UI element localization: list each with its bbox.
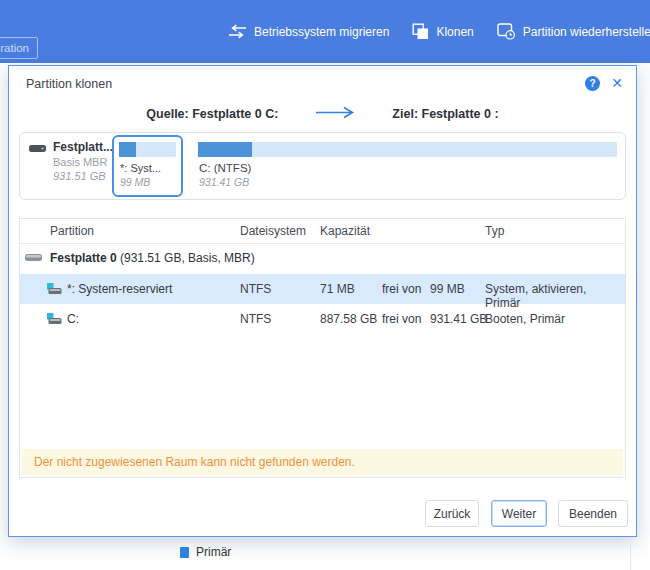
help-glyph: ? bbox=[589, 78, 595, 89]
row-partition-name: *: System-reserviert bbox=[67, 282, 172, 296]
clone-button[interactable]: Klonen bbox=[412, 23, 473, 40]
restore-partition-label: Partition wiederherstellen bbox=[523, 25, 650, 39]
row-total-space: 931.41 GB bbox=[430, 312, 487, 326]
row-capacity: 71 MB frei von 99 MB bbox=[320, 282, 465, 296]
partition-icon bbox=[47, 313, 62, 328]
row-partition-name: C: bbox=[67, 312, 79, 326]
disk-type: Basis MBR bbox=[53, 156, 113, 168]
primary-legend-swatch bbox=[180, 547, 189, 558]
clone-label: Klonen bbox=[436, 25, 473, 39]
row-frei-von-label: frei von bbox=[382, 312, 430, 326]
primary-legend-label: Primär bbox=[196, 545, 231, 559]
row-free-space: 71 MB bbox=[320, 282, 382, 296]
top-toolbar: ration Betriebssystem migrieren bbox=[0, 0, 650, 63]
source-label: Quelle: Festplatte 0 C: bbox=[146, 107, 278, 121]
usage-bar bbox=[119, 142, 176, 157]
next-button[interactable]: Weiter bbox=[491, 500, 547, 527]
restore-icon bbox=[497, 23, 516, 40]
table-row-c[interactable]: C: NTFS 887.58 GB frei von 931.41 GB Boo… bbox=[20, 304, 625, 334]
partition-table: Partition Dateisystem Kapazität Typ Fest… bbox=[19, 218, 626, 478]
row-frei-von-label: frei von bbox=[382, 282, 430, 296]
source-target-row: Quelle: Festplatte 0 C: Ziel: Festplatte… bbox=[9, 106, 636, 122]
table-header: Partition Dateisystem Kapazität Typ bbox=[20, 219, 625, 244]
partition-block-c[interactable]: C: (NTFS) 931.41 GB bbox=[190, 135, 620, 197]
background-divider bbox=[630, 537, 631, 570]
target-label: Ziel: Festplatte 0 : bbox=[392, 107, 498, 121]
row-type: Booten, Primär bbox=[485, 312, 565, 326]
legend-primary: Primär bbox=[180, 545, 231, 559]
row-capacity: 887.58 GB frei von 931.41 GB bbox=[320, 312, 487, 326]
disk-info: Festplatt... Basis MBR 931.51 GB bbox=[29, 140, 113, 182]
partition-clone-dialog: Partition klonen ? ✕ Quelle: Festplatte … bbox=[8, 65, 637, 537]
disk-row-details: (931.51 GB, Basis, MBR) bbox=[117, 251, 255, 265]
partition-block-size: 931.41 GB bbox=[199, 176, 620, 188]
warning-message: Der nicht zugewiesenen Raum kann nicht g… bbox=[22, 449, 623, 475]
partition-icon bbox=[47, 283, 62, 298]
arrow-right-icon bbox=[314, 106, 356, 122]
row-filesystem: NTFS bbox=[240, 312, 271, 326]
partition-block-size: 99 MB bbox=[120, 176, 181, 188]
partition-block-label: C: (NTFS) bbox=[199, 162, 620, 174]
usage-bar bbox=[198, 142, 617, 157]
help-icon[interactable]: ? bbox=[585, 76, 600, 91]
column-capacity: Kapazität bbox=[320, 224, 370, 238]
column-filesystem: Dateisystem bbox=[240, 224, 306, 238]
disk-map-panel: Festplatt... Basis MBR 931.51 GB *: Syst… bbox=[19, 132, 626, 200]
truncated-toolbar-button-label: ration bbox=[0, 42, 29, 54]
partition-block-system-reserved[interactable]: *: Syst... 99 MB bbox=[112, 135, 183, 197]
row-filesystem: NTFS bbox=[240, 282, 271, 296]
row-free-space: 887.58 GB bbox=[320, 312, 382, 326]
table-row-disk[interactable]: Festplatte 0 (931.51 GB, Basis, MBR) bbox=[20, 248, 625, 272]
disk-name: Festplatt... bbox=[53, 140, 113, 154]
finish-button[interactable]: Beenden bbox=[558, 500, 628, 527]
column-type: Typ bbox=[485, 224, 504, 238]
migrate-icon bbox=[228, 24, 247, 39]
partition-block-label: *: Syst... bbox=[120, 162, 181, 174]
app-window: ration Betriebssystem migrieren bbox=[0, 0, 650, 570]
migrate-os-button[interactable]: Betriebssystem migrieren bbox=[228, 24, 389, 39]
restore-partition-button[interactable]: Partition wiederherstellen bbox=[497, 23, 650, 40]
back-button[interactable]: Zurück bbox=[425, 500, 479, 527]
dialog-title: Partition klonen bbox=[26, 77, 112, 91]
hard-disk-icon bbox=[29, 143, 46, 182]
row-total-space: 99 MB bbox=[430, 282, 465, 296]
table-row-system-reserved[interactable]: *: System-reserviert NTFS 71 MB frei von… bbox=[20, 274, 625, 304]
toolbar-nav: Betriebssystem migrieren Klonen bbox=[228, 0, 650, 63]
migrate-os-label: Betriebssystem migrieren bbox=[254, 25, 389, 39]
close-glyph: ✕ bbox=[611, 75, 623, 91]
disk-row-name: Festplatte 0 bbox=[50, 251, 117, 265]
disk-size: 931.51 GB bbox=[53, 170, 113, 182]
close-icon[interactable]: ✕ bbox=[611, 74, 623, 92]
clone-icon bbox=[412, 23, 429, 40]
column-partition: Partition bbox=[50, 224, 94, 238]
truncated-toolbar-button[interactable]: ration bbox=[0, 37, 38, 59]
hard-disk-icon bbox=[25, 252, 42, 266]
